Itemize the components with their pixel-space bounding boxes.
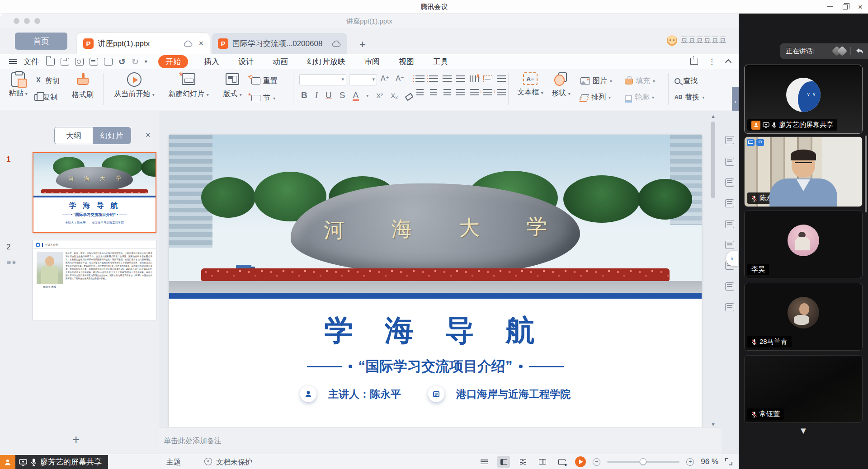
editor-scrollbar[interactable]: ▲ ▼ — [710, 111, 716, 454]
textbox-button[interactable]: A≡ 文本框 ▾ — [514, 72, 546, 97]
cut-button[interactable]: 剪切 — [34, 74, 60, 88]
paste-button[interactable]: 粘贴 ▾ — [5, 72, 31, 98]
participant-tile[interactable]: 李昊 — [744, 211, 863, 278]
new-slide-button[interactable]: 新建幻灯片 ▾ — [164, 73, 213, 99]
paragraph-spacing-icon[interactable] — [497, 89, 506, 96]
menu-tab-start[interactable]: 开始 — [158, 55, 188, 68]
find-button[interactable]: 查找 — [675, 74, 704, 88]
participant-tile[interactable]: 常钰萱 — [744, 355, 863, 423]
download-panel-icon[interactable] — [725, 199, 734, 207]
participant-tile[interactable]: 28马兰青 — [744, 283, 863, 351]
zoom-slider[interactable] — [607, 461, 679, 463]
underline-button[interactable]: U — [326, 90, 332, 100]
font-color-dropdown-icon[interactable]: ▾ — [366, 93, 368, 98]
arrange-button[interactable]: 排列 ▾ — [580, 90, 612, 104]
replace-button[interactable]: AB替换 ▾ — [675, 90, 704, 104]
design-panel-icon[interactable] — [725, 241, 734, 249]
italic-button[interactable]: I — [315, 90, 318, 100]
screen-share-overlay-badge[interactable]: 廖芳艺的屏幕共享 — [0, 455, 108, 469]
reset-button[interactable]: 重置 — [251, 74, 278, 88]
home-button[interactable]: 首页 — [15, 33, 67, 50]
line-spacing-icon[interactable] — [483, 89, 492, 96]
save-icon[interactable] — [61, 58, 69, 66]
grow-font-button[interactable]: A⁺ — [381, 74, 389, 83]
align-center-icon[interactable] — [430, 89, 437, 96]
clear-format-icon[interactable] — [405, 93, 413, 101]
justify-icon[interactable] — [456, 89, 465, 96]
reading-panel-icon[interactable] — [725, 220, 734, 228]
tab-outline[interactable]: 大纲 — [55, 127, 93, 144]
zoom-out-button[interactable]: − — [593, 458, 600, 466]
increase-indent-icon[interactable] — [456, 75, 465, 82]
menu-tab-review[interactable]: 审阅 — [355, 56, 389, 67]
comments-panel-icon[interactable] — [725, 158, 734, 166]
font-color-button[interactable]: A — [353, 90, 359, 100]
panel-close-icon[interactable]: × — [146, 131, 151, 140]
export-icon[interactable] — [104, 58, 113, 66]
zoom-value[interactable]: 96 % — [701, 457, 718, 466]
align-left-icon[interactable] — [416, 89, 424, 96]
share-icon[interactable] — [690, 58, 698, 65]
menu-tab-insert[interactable]: 插入 — [194, 56, 229, 67]
back-arrow-icon[interactable] — [855, 47, 864, 55]
distribute-icon[interactable] — [470, 89, 479, 96]
slideshow-setup-button[interactable] — [556, 456, 568, 468]
text-direction-icon[interactable] — [470, 75, 479, 82]
tab-slides[interactable]: 幻灯片 — [93, 127, 131, 144]
new-tab-button[interactable]: + — [359, 38, 366, 51]
animation-panel-icon[interactable] — [725, 178, 734, 187]
slide-1-thumbnail[interactable]: 河 海 大 学 学 海 导 航 “国际学习交流项目介绍” 主讲人：陈永平 港口海… — [33, 152, 156, 233]
more-participants-icon[interactable]: ▼ — [799, 426, 808, 436]
sidebar-scrollbar-thumb[interactable] — [865, 136, 867, 212]
properties-panel-icon[interactable] — [725, 136, 734, 144]
fit-slide-button[interactable] — [725, 458, 732, 465]
play-slideshow-button[interactable] — [575, 456, 586, 467]
document-tab-active[interactable]: P 讲座ppt(1).pptx × — [77, 33, 210, 54]
shrink-font-button[interactable]: A⁻ — [396, 74, 404, 83]
play-from-current-button[interactable]: 从当前开始 ▾ — [109, 72, 159, 99]
font-size-combobox[interactable] — [349, 74, 377, 85]
zoom-slider-thumb[interactable] — [640, 458, 646, 465]
copy-button[interactable]: 复制 — [34, 90, 60, 104]
shapes-button[interactable]: 形状 ▾ — [548, 72, 574, 98]
bullets-icon[interactable] — [415, 75, 425, 82]
scroll-down-icon[interactable]: ▼ — [711, 422, 716, 427]
protect-status-text[interactable]: 文档未保护 — [216, 458, 252, 467]
bold-button[interactable]: B — [301, 90, 307, 100]
slide-2-thumbnail[interactable]: 主讲人介绍 陈永平 教授 陈永平，教授，博导，河海大学港口海岸与近海工程学院院长… — [33, 240, 156, 320]
slide-sorter-view-button[interactable] — [517, 456, 529, 468]
collapse-ribbon-icon[interactable] — [725, 59, 731, 66]
history-panel-icon[interactable] — [725, 282, 734, 291]
normal-view-button[interactable] — [497, 456, 510, 468]
hamburger-icon[interactable] — [9, 59, 17, 64]
meeting-panel-handle[interactable]: › — [726, 251, 738, 266]
more-options-icon[interactable]: ⋮ — [708, 57, 716, 66]
participant-tile-sharer[interactable]: 廖芳艺的屏幕共享 — [744, 65, 863, 134]
subscript-button[interactable]: X₂ — [391, 92, 398, 99]
picture-button[interactable]: 图片 ▾ — [580, 74, 612, 88]
menu-tab-animation[interactable]: 动画 — [263, 56, 297, 67]
fill-button[interactable]: 填充 ▾ — [625, 74, 655, 88]
quick-access-dropdown-icon[interactable]: ▾ — [145, 58, 147, 65]
open-icon[interactable] — [46, 58, 55, 66]
account-area[interactable]: 豆豆豆豆豆豆 — [667, 35, 727, 46]
scroll-up-icon[interactable]: ▲ — [711, 113, 716, 119]
text-frame-icon[interactable] — [483, 75, 492, 82]
document-tab-inactive[interactable]: P 国际学习交流项...0200608 — [212, 33, 347, 54]
tab-close-icon[interactable]: × — [198, 39, 203, 48]
participant-tile-video[interactable]: 陈永平 — [744, 136, 863, 207]
redo-icon[interactable]: ↻ — [132, 56, 139, 67]
undo-icon[interactable]: ↺ — [118, 56, 126, 67]
section-button[interactable]: 节 ▾ — [251, 91, 278, 105]
superscript-button[interactable]: X² — [376, 92, 383, 99]
reading-view-button[interactable] — [536, 456, 549, 468]
close-button[interactable]: × — [853, 0, 868, 14]
scrollbar-thumb[interactable] — [711, 122, 715, 198]
notes-area[interactable]: 单击此处添加备注 — [159, 427, 722, 454]
notes-toggle-button[interactable] — [478, 456, 491, 468]
menu-tab-view[interactable]: 视图 — [389, 56, 424, 67]
image-panel-icon[interactable] — [725, 303, 734, 311]
font-name-combobox[interactable] — [299, 74, 346, 85]
minimize-button[interactable] — [822, 0, 837, 14]
add-slide-button[interactable]: + — [72, 432, 80, 447]
